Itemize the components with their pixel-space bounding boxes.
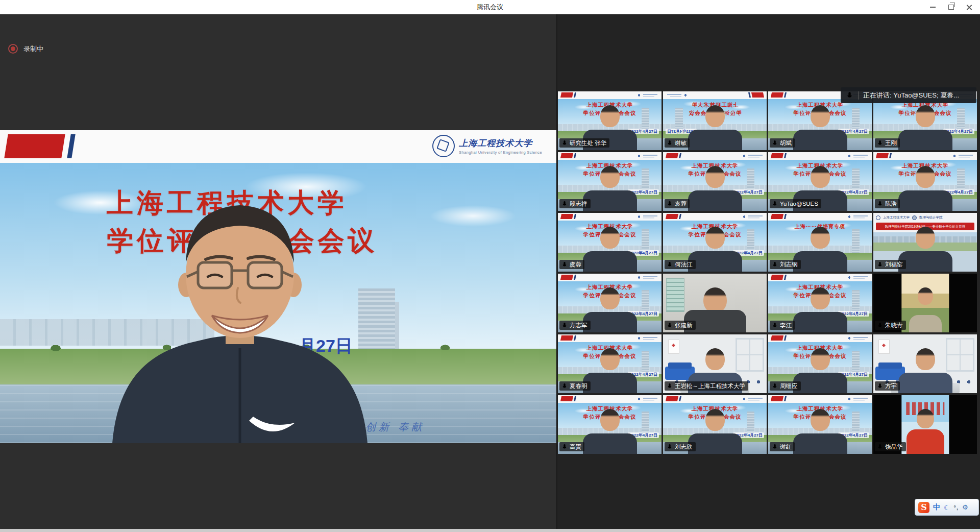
chinese-mode-icon[interactable]: 中 bbox=[933, 503, 940, 512]
mic-status-icon bbox=[561, 261, 568, 268]
participant-tile[interactable]: 上海工程技术大学 学位评定委员会会议 2022年4月27日 上海工程技术大学数理… bbox=[558, 152, 662, 211]
mic-status-icon bbox=[561, 201, 568, 207]
divider bbox=[858, 91, 859, 100]
logo-subtitle: Shanghai University of Engineering Scien… bbox=[459, 150, 542, 155]
participant-nametag: 饶品华 bbox=[875, 442, 906, 451]
university-logo: 上海工程技术大学 Shanghai University of Engineer… bbox=[432, 135, 542, 157]
participant-name: 高贇 bbox=[570, 443, 581, 450]
sogou-logo-icon[interactable]: S bbox=[918, 502, 929, 513]
slide-flag-decoration bbox=[771, 92, 783, 98]
tencent-meeting-window: 腾讯会议 录制中 上海工程技术大学 bbox=[0, 0, 980, 532]
participant-tile[interactable]: 上海工程技术大学 学位评定委员会会议 2022年4月27日 上海工程技术大学数理… bbox=[873, 213, 977, 272]
participant-name: 方宇 bbox=[885, 382, 897, 390]
slide-flag-decoration bbox=[560, 335, 573, 341]
participant-tile[interactable]: 上海工程技术大学 学位评定委员会会议 2022年4月27日 上海工程技术大学数理… bbox=[873, 395, 977, 454]
speaking-banner: 正在讲话: YuTao@SUES; 夏春... bbox=[841, 87, 976, 103]
participant-nametag: 殷志祥 bbox=[559, 199, 591, 208]
punctuation-icon[interactable]: °, bbox=[954, 504, 959, 511]
participant-tile[interactable]: 上海工程技术大学 学位评定委员会会议 2022年4月27日 上海工程技术大学数理… bbox=[663, 334, 767, 393]
slide-flag-decoration bbox=[771, 153, 783, 158]
mic-status-icon bbox=[877, 201, 883, 207]
participant-name: 谢红 bbox=[780, 443, 792, 450]
participant-tile[interactable]: 上海工程技术大学 学位评定委员会会议 2022年4月27日 上海工程技术大学数理… bbox=[558, 274, 662, 332]
participant-tile[interactable]: 上海工程技术大学 学位评定委员会会议 2022年4月27日 上海工程技术大学数理… bbox=[558, 213, 662, 272]
slide-crest-decoration bbox=[742, 154, 764, 158]
close-icon bbox=[966, 4, 972, 10]
participant-nametag: 虞蓉 bbox=[559, 260, 584, 269]
mic-status-icon bbox=[667, 444, 673, 450]
slide-flag-decoration bbox=[876, 153, 889, 158]
participant-name: 周细应 bbox=[780, 382, 798, 390]
slide-flag-decoration bbox=[4, 134, 65, 158]
participant-tile[interactable]: 上海工程技术大学 学位评定委员会会议 2022年4月27日 上海工程技术大学数理… bbox=[558, 395, 662, 454]
participant-tile[interactable]: 上海工程技术大学 学位评定委员会会议 2022年4月27日 上海工程技术大学数理… bbox=[768, 395, 872, 454]
participant-tile[interactable]: 上海工程技术大学 学位评定委员会会议 2022年4月27日 上海工程技术大学数理… bbox=[873, 274, 977, 332]
mic-status-icon bbox=[667, 261, 673, 268]
participant-nametag: 王岩松～上海工程技术大学 bbox=[665, 381, 748, 391]
participant-tile[interactable]: 上海工程技术大学 学位评定委员会会议 2022年4月27日 上海工程技术大学数理… bbox=[768, 152, 872, 211]
main-video[interactable]: 上海工程技术大学 Shanghai University of Engineer… bbox=[0, 130, 556, 443]
slide-crest-decoration bbox=[742, 214, 764, 219]
participant-tile[interactable]: 上海工程技术大学 学位评定委员会会议 2022年4月27日 上海工程技术大学数理… bbox=[663, 152, 767, 211]
slide-flag-decoration bbox=[560, 396, 573, 401]
slide-crest-decoration bbox=[847, 336, 869, 341]
participant-tile[interactable]: 上海⋯⋯优培育专项 ⋯题会 2022年4月27日 上海工程技术大学数理与统计学院… bbox=[768, 213, 872, 272]
restore-button[interactable] bbox=[942, 0, 960, 14]
slide-crest-decoration bbox=[847, 214, 869, 219]
participant-nametag: 谢敏 bbox=[665, 138, 690, 148]
participant-nametag: 刘志欣 bbox=[665, 442, 696, 451]
participant-tile[interactable]: 上海工程技术大学 学位评定委员会会议 2022年4月27日 上海工程技术大学数理… bbox=[558, 91, 662, 150]
mic-status-icon bbox=[877, 383, 883, 389]
participant-name: 李江 bbox=[780, 322, 792, 329]
participant-tile[interactable]: 上海工程技术大学 学位评定委员会会议 2022年4月27日 上海工程技术大学数理… bbox=[663, 91, 767, 150]
participant-tile[interactable]: 上海工程技术大学 学位评定委员会会议 2022年4月27日 上海工程技术大学数理… bbox=[768, 334, 872, 393]
participant-name: 王岩松～上海工程技术大学 bbox=[675, 382, 745, 390]
minimize-button[interactable] bbox=[924, 0, 941, 14]
wrench-icon[interactable]: ⚙ bbox=[962, 503, 968, 511]
fullwidth-moon-icon[interactable]: ☾ bbox=[944, 503, 950, 512]
recording-label: 录制中 bbox=[23, 44, 43, 54]
slide-flag-decoration bbox=[560, 153, 573, 158]
participant-name: 方志军 bbox=[570, 322, 587, 329]
mic-status-icon bbox=[667, 383, 673, 389]
slide-flag-decoration bbox=[666, 396, 678, 401]
participant-nametag: 王刚 bbox=[875, 138, 900, 148]
participant-silhouette bbox=[787, 409, 853, 454]
participant-tile[interactable]: 上海工程技术大学 学位评定委员会会议 2022年4月27日 上海工程技术大学数理… bbox=[873, 334, 977, 393]
participant-silhouette bbox=[892, 348, 959, 393]
restore-icon bbox=[948, 5, 954, 10]
main-stage-panel: 录制中 上海工程技术大学 Shanghai University of Engi… bbox=[0, 14, 556, 532]
close-button[interactable] bbox=[961, 0, 978, 14]
participant-name: 王刚 bbox=[885, 139, 897, 147]
participant-tile[interactable]: 上海工程技术大学 学位评定委员会会议 2022年4月27日 上海工程技术大学数理… bbox=[558, 334, 662, 393]
participant-tile[interactable]: 上海工程技术大学 学位评定委员会会议 2022年4月27日 上海工程技术大学数理… bbox=[768, 274, 872, 332]
slide-crest-decoration bbox=[636, 336, 659, 341]
participant-tile[interactable]: 上海工程技术大学 学位评定委员会会议 2022年4月27日 上海工程技术大学数理… bbox=[663, 213, 767, 272]
participant-tile[interactable]: 上海工程技术大学 学位评定委员会会议 2022年4月27日 上海工程技术大学数理… bbox=[663, 395, 767, 454]
window-title: 腾讯会议 bbox=[0, 0, 980, 14]
slide-crest-decoration bbox=[636, 154, 659, 158]
recording-indicator[interactable]: 录制中 bbox=[8, 44, 43, 54]
titlebar: 腾讯会议 bbox=[0, 0, 980, 15]
speaking-banner-text: 正在讲话: YuTao@SUES; 夏春... bbox=[863, 91, 959, 100]
participant-tile[interactable]: 上海工程技术大学 学位评定委员会会议 2022年4月27日 上海工程技术大学数理… bbox=[873, 152, 977, 211]
participant-silhouette bbox=[682, 105, 748, 150]
participant-nametag: YuTao@SUES bbox=[770, 199, 821, 208]
mic-status-icon bbox=[877, 444, 883, 450]
participant-silhouette bbox=[577, 227, 643, 272]
slide-flag-decoration bbox=[560, 214, 573, 219]
participant-silhouette bbox=[577, 409, 643, 454]
participant-name: 胡斌 bbox=[780, 139, 792, 147]
participant-name: 夏春明 bbox=[570, 382, 587, 390]
slide-flag-decoration bbox=[771, 335, 783, 341]
participant-tile[interactable]: 上海工程技术大学 学位评定委员会会议 2022年4月27日 上海工程技术大学数理… bbox=[663, 274, 767, 332]
participant-nametag: 周细应 bbox=[770, 381, 801, 391]
participant-name: 刘志欣 bbox=[675, 443, 693, 450]
participant-name: 谢敏 bbox=[675, 139, 687, 147]
participant-grid: 上海工程技术大学 学位评定委员会会议 2022年4月27日 上海工程技术大学数理… bbox=[558, 91, 977, 454]
mic-status-icon bbox=[772, 140, 778, 146]
participant-nametag: 研究生处 张华 bbox=[559, 138, 609, 148]
participant-silhouette bbox=[682, 166, 748, 211]
mic-status-icon bbox=[877, 140, 883, 146]
mic-status-icon bbox=[877, 261, 883, 268]
